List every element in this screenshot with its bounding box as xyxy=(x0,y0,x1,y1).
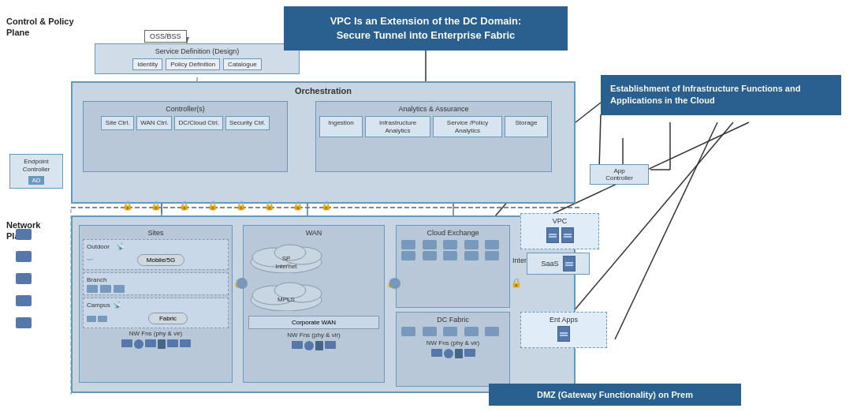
analytics-items: Ingestion Infrastructure Analytics Servi… xyxy=(319,116,548,137)
device-icon-5 xyxy=(16,317,32,328)
saas-server-icon xyxy=(563,256,576,272)
left-devices xyxy=(16,229,32,328)
infra-analytics-item: Infrastructure Analytics xyxy=(365,116,430,137)
service-def-policy: Policy Definition xyxy=(166,58,220,70)
establishment-box: Establishment of Infrastructure Function… xyxy=(601,75,841,115)
sites-box: Sites Outdoor 📡 〰 Mobile/5G Branch Campu… xyxy=(79,225,233,383)
router-icon-1 xyxy=(237,278,248,289)
sites-nw-icon-2 xyxy=(134,339,143,349)
campus-label: Campus xyxy=(87,302,110,309)
sites-nw-icon-5 xyxy=(167,339,178,347)
cloud-exchange-title: Cloud Exchange xyxy=(400,229,506,237)
svg-line-3 xyxy=(599,114,601,170)
dc-device-1 xyxy=(401,327,415,336)
branch-device-2 xyxy=(100,285,111,293)
endpoint-title: Endpoint Controller xyxy=(13,158,59,173)
wan-ctrl: WAN Ctrl. xyxy=(136,116,172,130)
dc-cloud-ctrl: DC/Cloud Ctrl. xyxy=(174,116,223,130)
saas-box: SaaS xyxy=(527,253,590,275)
ent-apps-title: Ent Apps xyxy=(524,316,603,324)
ce-device-3 xyxy=(443,240,457,249)
ent-apps-servers xyxy=(524,326,603,342)
ce-device-7 xyxy=(423,251,437,260)
storage-item: Storage xyxy=(505,116,548,137)
dmz-box: DMZ (Gateway Functionality) on Prem xyxy=(489,384,741,406)
sites-nw-icon-4 xyxy=(158,339,166,349)
mpls-cloud: MPLS xyxy=(247,278,373,311)
dc-device-4 xyxy=(464,327,479,336)
ce-device-2 xyxy=(423,240,437,249)
dc-nw-icon-1 xyxy=(431,349,442,357)
ce-device-10 xyxy=(485,251,499,260)
mobile-5g-label: Mobile/5G xyxy=(137,254,184,266)
device-icon-4 xyxy=(16,295,32,306)
wifi-icon-outdoor-2: 〰 xyxy=(87,257,93,264)
service-analytics-item: Service /Policy Analytics xyxy=(433,116,502,137)
wan-nw-icon-4 xyxy=(325,341,336,349)
wan-nw-fns-label: NW Fns (phy & vir) xyxy=(247,331,381,339)
lock-icon-6: 🔒 xyxy=(264,200,275,211)
endpoint-controller-box: Endpoint Controller AD xyxy=(9,154,63,189)
ce-device-8 xyxy=(443,251,457,260)
controllers-items: Site Ctrl. WAN Ctrl. DC/Cloud Ctrl. Secu… xyxy=(87,116,284,130)
campus-device-1 xyxy=(87,316,96,322)
vpc-box: VPC xyxy=(520,213,599,249)
wifi-icon-campus: 📡 xyxy=(113,301,121,309)
service-def-title: Service Definition (Design) xyxy=(99,47,296,55)
dc-nw-fns-label: NW Fns (phy & vir) xyxy=(400,339,506,346)
outdoor-label: Outdoor xyxy=(87,243,110,250)
router-icon-2 xyxy=(389,278,400,289)
svg-text:SP: SP xyxy=(282,255,291,262)
sites-nw-icons xyxy=(83,339,229,349)
service-def-identity: Identity xyxy=(132,58,162,70)
sites-nw-fns-label: NW Fns (phy & vir) xyxy=(83,330,229,337)
control-policy-label: Control & Policy Plane xyxy=(6,16,74,39)
dc-fabric-title: DC Fabric xyxy=(400,316,506,324)
cloud-exchange-devices xyxy=(401,240,505,260)
wan-nw-icon-3 xyxy=(315,341,323,350)
campus-device-2 xyxy=(98,316,107,322)
lock-icon-1: 🔒 xyxy=(122,200,133,211)
ingestion-item: Ingestion xyxy=(319,116,363,137)
dc-device-3 xyxy=(443,327,457,336)
svg-text:MPLS: MPLS xyxy=(278,296,295,303)
wan-title: WAN xyxy=(247,229,381,237)
ce-device-5 xyxy=(485,240,499,249)
sites-nw-icon-1 xyxy=(121,339,132,347)
svg-text:Internet: Internet xyxy=(275,263,297,270)
device-icon-1 xyxy=(16,229,32,240)
ce-device-9 xyxy=(464,251,479,260)
dc-fabric-box: DC Fabric NW Fns (phy & vir) xyxy=(396,312,510,387)
ce-device-6 xyxy=(401,251,415,260)
wan-nw-icons xyxy=(247,341,381,350)
app-controller-box: App Controller xyxy=(590,164,649,185)
vpc-server-1 xyxy=(546,227,559,243)
lock-icon-7: 🔒 xyxy=(292,200,304,211)
lock-icon-5: 🔒 xyxy=(236,200,247,211)
svg-line-1 xyxy=(576,103,601,122)
wan-nw-icon-2 xyxy=(304,341,314,350)
ent-apps-box: Ent Apps xyxy=(520,312,607,348)
dc-device-2 xyxy=(423,327,437,336)
dc-nw-icon-3 xyxy=(455,349,463,358)
vpc-title: VPC xyxy=(524,217,595,225)
fabric-label: Fabric xyxy=(148,313,188,324)
vpc-servers xyxy=(524,227,595,243)
lock-icon-2: 🔒 xyxy=(151,200,162,211)
lock-icon-3: 🔒 xyxy=(179,200,190,211)
dc-device-5 xyxy=(485,327,499,336)
diagram-container: Control & Policy Plane OSS/BSS Service D… xyxy=(0,0,868,412)
campus-area: Campus 📡 Fabric xyxy=(83,298,229,328)
lock-before-vpc: 🔒 xyxy=(511,278,522,288)
cloud-exchange-box: Cloud Exchange xyxy=(396,225,510,308)
site-ctrl: Site Ctrl. xyxy=(101,116,134,130)
branch-device-3 xyxy=(114,285,125,293)
ce-device-1 xyxy=(401,240,415,249)
vpc-banner: VPC Is an Extension of the DC Domain: Se… xyxy=(284,6,568,51)
wifi-icon-outdoor: 📡 xyxy=(116,242,125,250)
dc-fabric-devices xyxy=(401,327,505,336)
device-icon-3 xyxy=(16,273,32,284)
dc-nw-icon-4 xyxy=(464,349,475,357)
ce-device-4 xyxy=(464,240,479,249)
corporate-wan-box: Corporate WAN xyxy=(248,316,379,329)
